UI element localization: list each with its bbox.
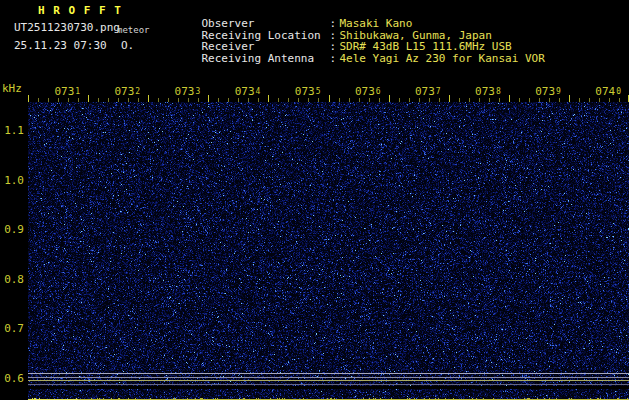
freq-axis-unit-label: kHz bbox=[2, 82, 22, 95]
observation-mode-label: meteor bbox=[117, 25, 150, 35]
freq-axis-label: 0.9 bbox=[0, 223, 24, 236]
info-row-antenna: Receiving Antenna:4ele Yagi Az 230 for K… bbox=[175, 39, 545, 78]
freq-axis-label: 0.6 bbox=[0, 372, 24, 385]
freq-axis-label: 1.0 bbox=[0, 174, 24, 187]
app-title: H R O F F T bbox=[38, 4, 122, 17]
timestamp: 25.11.23 07:30 bbox=[14, 39, 107, 52]
info-value: 4ele Yagi Az 230 for Kansai VOR bbox=[340, 52, 545, 65]
freq-axis-label: 0.8 bbox=[0, 273, 24, 286]
info-colon: : bbox=[330, 52, 340, 65]
freq-axis-label: 0.7 bbox=[0, 322, 24, 335]
status-marker: O. bbox=[121, 39, 134, 52]
freq-axis-label: 1.1 bbox=[0, 124, 24, 137]
output-filename: UT2511230730.png bbox=[14, 21, 120, 34]
spectrogram-canvas bbox=[28, 102, 629, 386]
info-label: Receiving Antenna bbox=[202, 52, 330, 65]
hrofft-screen: H R O F F T UT2511230730.png meteor 25.1… bbox=[0, 0, 629, 400]
signal-strip-canvas bbox=[28, 389, 629, 400]
time-tick-row bbox=[28, 95, 629, 102]
